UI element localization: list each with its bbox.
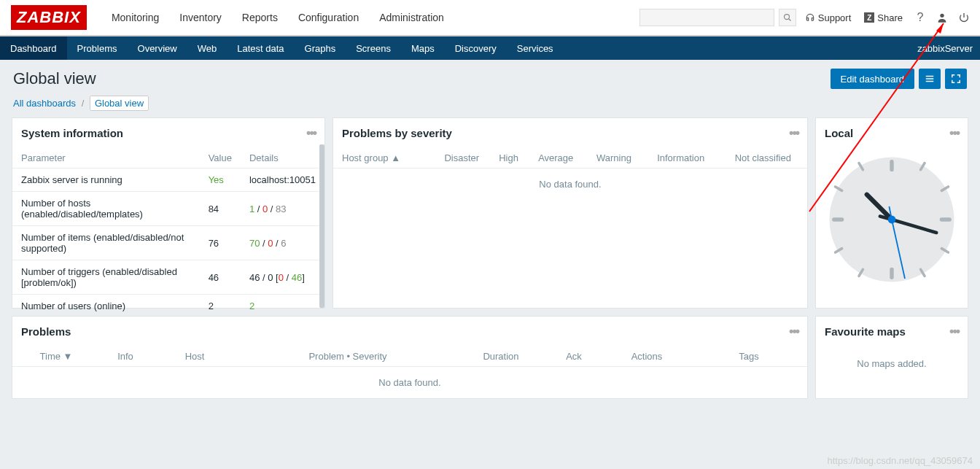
- sub-nav-maps[interactable]: Maps: [401, 36, 445, 60]
- power-icon: [958, 12, 970, 23]
- widget-menu-icon[interactable]: •••: [949, 324, 959, 339]
- sub-nav-overview[interactable]: Overview: [128, 36, 187, 60]
- sub-nav-web[interactable]: Web: [187, 36, 228, 60]
- problems-header: Host: [151, 346, 238, 367]
- user-button[interactable]: [933, 12, 951, 23]
- severity-header[interactable]: Host group ▲: [333, 148, 433, 168]
- sysinfo-title: System information: [21, 127, 123, 139]
- sub-nav-dashboard[interactable]: Dashboard: [0, 36, 67, 60]
- sub-nav-discovery[interactable]: Discovery: [445, 36, 507, 60]
- top-nav-reports[interactable]: Reports: [232, 0, 288, 35]
- widget-menu-icon[interactable]: •••: [949, 125, 959, 141]
- severity-header: Information: [643, 148, 719, 168]
- widget-system-information: System information ••• ParameterValueDet…: [12, 117, 325, 309]
- watermark: https://blog.csdn.net/qq_43059674: [828, 455, 973, 466]
- sysinfo-header: Value: [200, 148, 241, 168]
- svg-point-24: [888, 216, 896, 224]
- support-link[interactable]: Support: [801, 12, 856, 23]
- severity-header: Average: [526, 148, 585, 168]
- severity-no-data: No data found.: [333, 168, 807, 200]
- top-nav-inventory[interactable]: Inventory: [169, 0, 232, 35]
- widget-menu-icon[interactable]: •••: [789, 324, 798, 339]
- sub-nav-services[interactable]: Services: [507, 36, 564, 60]
- breadcrumb-current[interactable]: Global view: [90, 96, 149, 111]
- sub-nav-problems[interactable]: Problems: [67, 36, 128, 60]
- problems-header[interactable]: Time ▼: [12, 346, 100, 367]
- widget-clock: Local •••: [815, 117, 968, 309]
- share-link[interactable]: Z Share: [860, 12, 907, 23]
- clock-icon: [826, 154, 957, 285]
- question-icon: ?: [917, 11, 924, 24]
- problems-header: Info: [100, 346, 151, 367]
- svg-line-1: [788, 19, 790, 21]
- clock-title: Local: [825, 127, 853, 139]
- logo[interactable]: ZABBIX: [11, 5, 87, 30]
- severity-header: Disaster: [433, 148, 491, 168]
- edit-dashboard-button[interactable]: Edit dashboard: [831, 69, 914, 89]
- svg-point-0: [784, 15, 789, 20]
- fullscreen-button[interactable]: [945, 69, 967, 89]
- widget-problems-severity: Problems by severity ••• Host group ▲Dis…: [332, 117, 808, 309]
- table-row: Number of hosts (enabled/disabled/templa…: [12, 192, 324, 226]
- user-icon: [936, 12, 948, 23]
- problems-title: Problems: [21, 325, 71, 338]
- sub-nav-screens[interactable]: Screens: [346, 36, 401, 60]
- top-nav-administration[interactable]: Administration: [369, 0, 454, 35]
- table-row: Number of users (online)22: [12, 295, 324, 318]
- expand-icon: [951, 74, 961, 84]
- sub-nav-latest-data[interactable]: Latest data: [227, 36, 294, 60]
- sysinfo-header: Details: [241, 148, 324, 168]
- widget-problems: Problems ••• Time ▼InfoHostProblem • Sev…: [12, 316, 808, 399]
- problems-header: Duration: [457, 346, 545, 367]
- z-icon: Z: [864, 12, 874, 23]
- table-row: Zabbix server is runningYeslocalhost:100…: [12, 168, 324, 192]
- sysinfo-header: Parameter: [12, 148, 200, 168]
- problems-header: Tags: [691, 346, 807, 367]
- sub-nav: DashboardProblemsOverviewWebLatest dataG…: [0, 36, 980, 60]
- severity-table: Host group ▲DisasterHighAverageWarningIn…: [333, 148, 807, 168]
- search-icon: [783, 13, 792, 22]
- table-row: Number of items (enabled/disabled/not su…: [12, 226, 324, 260]
- top-nav: MonitoringInventoryReportsConfigurationA…: [101, 0, 454, 35]
- favmaps-title: Favourite maps: [825, 325, 906, 338]
- table-row: Number of triggers (enabled/disabled [pr…: [12, 260, 324, 295]
- widget-menu-icon[interactable]: •••: [789, 125, 798, 141]
- problems-header: Problem • Severity: [238, 346, 457, 367]
- severity-header: Warning: [585, 148, 643, 168]
- breadcrumb: All dashboards / Global view: [0, 93, 980, 117]
- problems-header: Ack: [545, 346, 603, 367]
- breadcrumb-all[interactable]: All dashboards: [13, 98, 76, 109]
- problems-table: Time ▼InfoHostProblem • SeverityDuration…: [12, 346, 807, 367]
- scrollbar[interactable]: [319, 144, 324, 308]
- headset-icon: [805, 12, 815, 23]
- severity-header: High: [491, 148, 526, 168]
- host-label: zabbixServer: [917, 43, 973, 54]
- top-nav-monitoring[interactable]: Monitoring: [101, 0, 169, 35]
- sub-nav-graphs[interactable]: Graphs: [295, 36, 346, 60]
- menu-button[interactable]: [919, 69, 941, 89]
- favmaps-empty: No maps added.: [816, 346, 968, 381]
- search-button[interactable]: [779, 9, 796, 26]
- problems-header: Actions: [603, 346, 691, 367]
- logout-button[interactable]: [955, 12, 973, 23]
- svg-point-2: [940, 14, 944, 18]
- support-label: Support: [818, 12, 852, 23]
- share-label: Share: [877, 12, 903, 23]
- search-input[interactable]: [639, 9, 774, 26]
- severity-header: Not classified: [719, 148, 807, 168]
- severity-title: Problems by severity: [342, 127, 452, 139]
- top-nav-configuration[interactable]: Configuration: [288, 0, 369, 35]
- page-title: Global view: [13, 69, 96, 88]
- help-button[interactable]: ?: [911, 11, 929, 24]
- hamburger-icon: [925, 74, 935, 84]
- widget-fav-maps: Favourite maps ••• No maps added.: [815, 316, 968, 399]
- widget-menu-icon[interactable]: •••: [306, 125, 316, 141]
- problems-no-data: No data found.: [12, 367, 807, 398]
